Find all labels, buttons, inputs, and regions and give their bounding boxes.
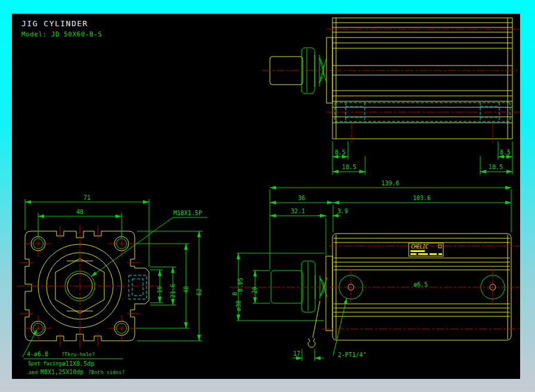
dim-boss-outer: 21.6	[170, 284, 176, 298]
note-line2-dim: ø11X8.5dp	[62, 360, 94, 367]
viewer-frame: JIG CYLINDER Model: JD 50X60-B-S	[0, 0, 535, 392]
cad-drawing: JIG CYLINDER Model: JD 50X60-B-S	[12, 14, 520, 379]
note-line1-text: ?Thru-hole?	[61, 351, 95, 357]
dim-bolt-spacing-v: 48	[183, 286, 189, 293]
model-label: Model: JD 50X60-B-S	[21, 30, 102, 38]
dim-rod-tol-lower: -0.05	[237, 278, 244, 295]
dim-right-inner: 8.5	[500, 149, 511, 155]
side-view-front: CHELIC ø6.5 139.6 36 103.6 32.1 3.9	[229, 180, 520, 361]
dim-plate-thickness: 3.9	[337, 208, 348, 214]
port-leader	[333, 298, 347, 356]
dim-rod-length: 32.1	[291, 208, 305, 214]
note-line2-label: Spot facing	[28, 360, 61, 366]
dim-head-length: 36	[298, 195, 305, 201]
dim-total-length: 139.6	[381, 180, 399, 186]
dimensions: 8.5 18.5 8.5 18.5	[332, 141, 512, 175]
hidden-port-boss	[129, 275, 147, 299]
wrench-icon	[307, 301, 320, 347]
center-lines	[262, 29, 520, 143]
dim-wrench-flats: 17	[293, 350, 300, 357]
dim-width-total: 71	[83, 194, 91, 201]
front-view: 71 48 19 21.6 48 62 M18X1.5P 4-ø6.8 ?Thr…	[17, 194, 207, 375]
center-note: ø6.5	[413, 281, 428, 288]
note-line3-label: .and	[26, 369, 38, 375]
dim-rod-width: 20	[251, 287, 258, 294]
head-plate	[326, 256, 332, 331]
dim-boss-inner: 19	[157, 286, 163, 293]
dim-left-outer: 18.5	[342, 164, 356, 170]
dim-right-outer: 18.5	[489, 164, 503, 170]
dim-left-inner: 8.5	[335, 149, 346, 155]
brand-label: CHELIC	[409, 243, 443, 256]
side-view-top: 8.5 18.5 8.5 18.5	[262, 18, 520, 175]
dim-height-total: 62	[196, 288, 203, 295]
drawing-canvas: JIG CYLINDER Model: JD 50X60-B-S	[12, 14, 520, 379]
brand-text: CHELIC	[411, 244, 428, 250]
dim-bolt-spacing-h: 48	[76, 209, 83, 215]
cylinder-body	[326, 18, 512, 139]
flange-outline	[25, 231, 149, 341]
port-callout: 2-PT1/4"	[338, 351, 366, 358]
note-line3-dim: M8X1,25X10dp	[41, 369, 83, 375]
dim-rod-dia: ø38	[235, 300, 242, 311]
rod-assembly	[271, 261, 327, 312]
thread-callout: M18X1.5P	[173, 210, 202, 216]
thread-leader	[91, 217, 173, 276]
note-line3-text: ?Both sides?	[88, 369, 125, 375]
dim-body-length: 103.6	[413, 195, 431, 201]
note-line1-dim: 4-ø6.8	[27, 351, 48, 357]
page-title: JIG CYLINDER	[21, 19, 88, 28]
